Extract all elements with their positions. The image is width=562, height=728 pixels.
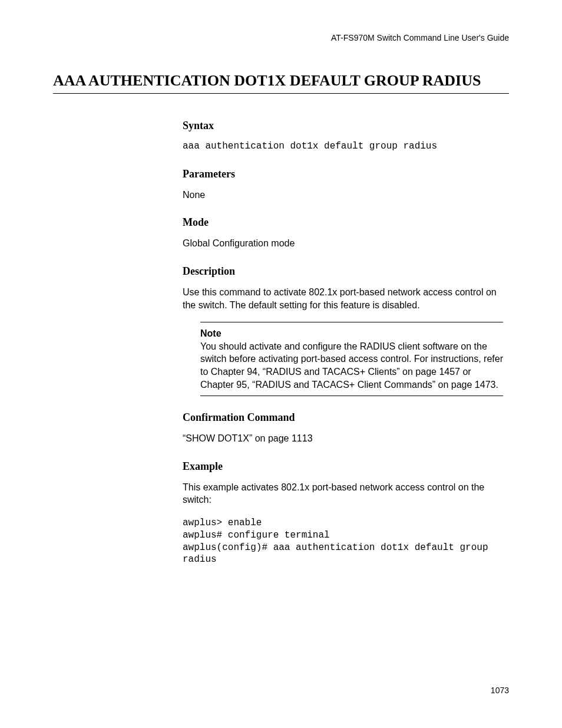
note-body: You should activate and configure the RA… <box>200 341 503 390</box>
mode-body: Global Configuration mode <box>183 237 503 250</box>
confirmation-body: “SHOW DOT1X” on page 1113 <box>183 432 503 445</box>
syntax-code: aaa authentication dot1x default group r… <box>183 140 503 153</box>
example-body: This example activates 802.1x port-based… <box>183 481 503 506</box>
description-body: Use this command to activate 802.1x port… <box>183 286 503 311</box>
parameters-body: None <box>183 189 503 202</box>
mode-heading: Mode <box>183 216 503 229</box>
example-code: awplus> enable awplus# configure termina… <box>183 517 503 566</box>
page-number: 1073 <box>491 686 509 695</box>
page-title: AAA AUTHENTICATION DOT1X DEFAULT GROUP R… <box>53 72 509 94</box>
note-label: Note <box>200 328 222 338</box>
page-header: AT-FS970M Switch Command Line User's Gui… <box>53 33 509 42</box>
note-box: Note You should activate and configure t… <box>200 322 503 396</box>
example-heading: Example <box>183 460 503 473</box>
description-heading: Description <box>183 265 503 278</box>
content-body: Syntax aaa authentication dot1x default … <box>183 120 503 566</box>
confirmation-heading: Confirmation Command <box>183 411 503 424</box>
parameters-heading: Parameters <box>183 168 503 180</box>
syntax-heading: Syntax <box>183 120 503 132</box>
